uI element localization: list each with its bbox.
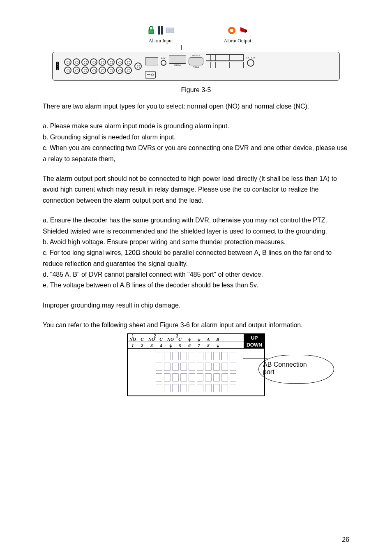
svg-rect-1	[158, 26, 160, 35]
paragraph-c1: c. When you are connecting two DVRs or y…	[43, 143, 349, 164]
alarm-input-label: Alarm Input	[149, 38, 173, 44]
rear-panel-diagram: AUDIO MIC HDMI RS232VGA DC 12V	[52, 52, 340, 81]
svg-rect-7	[245, 30, 247, 32]
page-number: 26	[342, 536, 349, 543]
paragraph-c2: c. For too long signal wires, 120Ω shoul…	[43, 247, 349, 269]
paragraph-p2: The alarm output port should not be conn…	[43, 173, 349, 206]
paragraph-p3: Improper grounding may result in chip da…	[43, 300, 349, 311]
power-icon	[227, 25, 236, 35]
figure-caption: Figure 3-5	[43, 86, 349, 94]
svg-rect-4	[168, 29, 173, 32]
figure-3-6: 1 2 3 NO C NO C NO C ⏚ ⏚ A B UP	[106, 333, 286, 396]
ab-connection-callout: AB Connection port	[258, 355, 334, 384]
plug-icon	[239, 25, 248, 35]
paragraph-d2: d. "485 A, B" of DVR cannot parallel con…	[43, 269, 349, 280]
down-label: DOWN	[244, 342, 264, 348]
svg-rect-2	[161, 26, 163, 35]
paragraph-e2: e. The voltage between of A,B lines of t…	[43, 280, 349, 291]
svg-rect-0	[149, 30, 154, 34]
port-icon	[166, 25, 174, 35]
paragraph-intro: There are two alarm input types for you …	[43, 101, 349, 112]
paragraph-a1: a. Please make sure alarm input mode is …	[43, 121, 349, 132]
paragraph-p4: You can refer to the following sheet and…	[43, 320, 349, 331]
body-text: There are two alarm input types for you …	[43, 101, 349, 331]
paragraph-b1: b. Grounding signal is needed for alarm …	[43, 132, 349, 143]
bar-icon	[158, 25, 164, 35]
svg-point-6	[230, 29, 233, 32]
up-label: UP	[244, 334, 264, 342]
alarm-output-label: Alarm Output	[224, 38, 251, 44]
lock-icon	[147, 25, 155, 35]
paragraph-b2: b. Avoid high voltage. Ensure proper wir…	[43, 237, 349, 247]
paragraph-a2: a. Ensure the decoder has the same groun…	[43, 215, 349, 237]
figure-3-5-top-icons: Alarm Input Alarm Output AUDIO	[52, 25, 340, 81]
